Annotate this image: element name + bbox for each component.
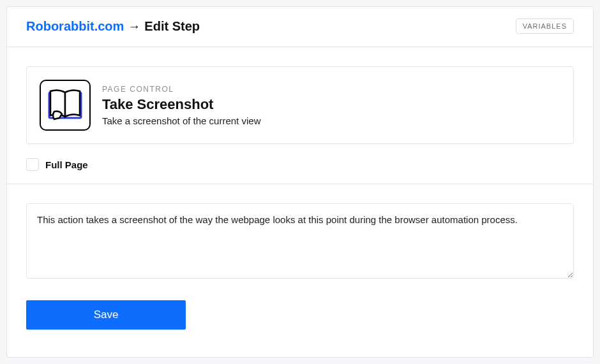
save-button[interactable]: Save xyxy=(26,300,186,330)
description-textarea[interactable] xyxy=(26,203,574,279)
step-card-text: PAGE CONTROL Take Screenshot Take a scre… xyxy=(102,85,260,126)
variables-button[interactable]: VARIABLES xyxy=(516,18,574,34)
step-config-section: PAGE CONTROL Take Screenshot Take a scre… xyxy=(7,47,593,184)
header: Roborabbit.com → Edit Step VARIABLES xyxy=(7,7,593,47)
description-section: Save xyxy=(7,184,593,349)
book-icon xyxy=(40,80,91,131)
step-card: PAGE CONTROL Take Screenshot Take a scre… xyxy=(26,66,574,144)
step-category: PAGE CONTROL xyxy=(102,85,260,94)
full-page-option: Full Page xyxy=(26,158,574,171)
edit-step-panel: Roborabbit.com → Edit Step VARIABLES PAG… xyxy=(6,6,594,358)
breadcrumb-arrow-icon: → xyxy=(128,19,140,34)
breadcrumb-current: Edit Step xyxy=(144,19,200,34)
step-title: Take Screenshot xyxy=(102,96,260,113)
breadcrumb: Roborabbit.com → Edit Step xyxy=(26,19,200,34)
full-page-label: Full Page xyxy=(45,159,88,170)
full-page-checkbox[interactable] xyxy=(26,158,39,171)
step-description: Take a screenshot of the current view xyxy=(102,115,260,126)
breadcrumb-link-home[interactable]: Roborabbit.com xyxy=(26,19,124,34)
